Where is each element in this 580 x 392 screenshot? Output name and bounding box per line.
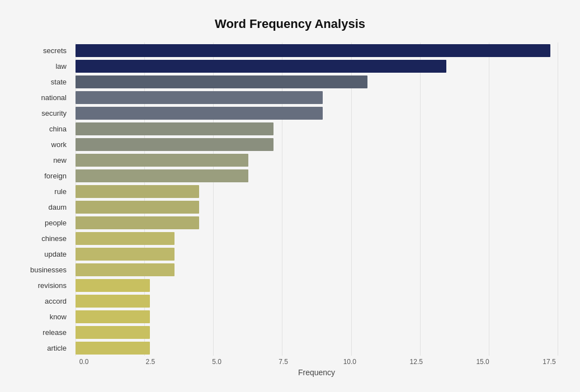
bar-law — [76, 60, 446, 73]
bar-row-foreign — [76, 168, 558, 183]
bar-daum — [76, 201, 199, 214]
x-tick-6: 15.0 — [474, 358, 491, 366]
bar-row-article — [76, 340, 558, 356]
x-tick-7: 17.5 — [541, 358, 558, 366]
bar-security — [76, 107, 323, 120]
y-label-people: people — [45, 215, 71, 230]
y-label-know: know — [50, 309, 71, 324]
y-label-businesses: businesses — [30, 262, 71, 277]
x-tick-1: 2.5 — [142, 358, 159, 366]
bar-know — [76, 310, 150, 323]
bar-row-accord — [76, 293, 558, 309]
bar-revisions — [76, 279, 150, 292]
y-label-work: work — [51, 136, 71, 152]
bar-row-national — [76, 89, 558, 105]
y-label-update: update — [44, 246, 71, 262]
bar-row-revisions — [76, 277, 558, 293]
bar-update — [76, 248, 175, 261]
x-tick-3: 7.5 — [275, 358, 292, 366]
x-axis-ticks: 0.02.55.07.510.012.515.017.5 — [76, 358, 558, 366]
x-tick-4: 10.0 — [341, 358, 358, 366]
bar-work — [76, 138, 274, 151]
chart-container: Word Frequency Analysis secretslawstaten… — [6, 6, 574, 392]
bar-row-rule — [76, 183, 558, 199]
bar-row-law — [76, 58, 558, 74]
y-label-security: security — [41, 105, 71, 121]
bar-national — [76, 91, 323, 104]
bar-row-release — [76, 324, 558, 340]
y-label-china: china — [49, 121, 71, 136]
bar-new — [76, 154, 248, 167]
chart-title: Word Frequency Analysis — [22, 17, 558, 31]
y-label-daum: daum — [48, 199, 71, 215]
x-axis-label: Frequency — [76, 368, 558, 377]
bar-row-know — [76, 309, 558, 324]
y-label-article: article — [47, 340, 71, 356]
bar-businesses — [76, 263, 175, 276]
y-label-law: law — [55, 58, 71, 74]
y-label-rule: rule — [54, 183, 71, 199]
bar-china — [76, 122, 274, 135]
bar-secrets — [76, 44, 550, 57]
bar-row-secrets — [76, 42, 558, 58]
x-tick-2: 5.0 — [209, 358, 225, 366]
bar-row-state — [76, 74, 558, 89]
bar-row-china — [76, 121, 558, 136]
bar-chinese — [76, 232, 175, 245]
bar-row-security — [76, 105, 558, 121]
bar-people — [76, 216, 199, 229]
y-label-revisions: revisions — [38, 277, 71, 293]
y-label-foreign: foreign — [44, 168, 71, 183]
bar-row-new — [76, 152, 558, 168]
y-label-national: national — [41, 89, 71, 105]
bar-rule — [76, 185, 199, 198]
y-label-secrets: secrets — [43, 42, 71, 58]
y-label-state: state — [51, 74, 71, 89]
bar-article — [76, 342, 150, 355]
y-label-release: release — [43, 324, 71, 340]
x-tick-0: 0.0 — [76, 358, 92, 366]
bar-accord — [76, 295, 150, 308]
bar-row-people — [76, 215, 558, 230]
bar-state — [76, 75, 367, 88]
y-label-new: new — [53, 152, 71, 168]
bar-row-work — [76, 136, 558, 152]
bar-row-update — [76, 246, 558, 262]
x-tick-5: 12.5 — [408, 358, 425, 366]
grid-line-7 — [558, 42, 558, 356]
y-axis-labels: secretslawstatenationalsecuritychinawork… — [22, 42, 76, 356]
bar-row-daum — [76, 199, 558, 215]
bar-row-businesses — [76, 262, 558, 277]
bar-release — [76, 326, 150, 339]
y-label-accord: accord — [45, 293, 71, 309]
bar-foreign — [76, 169, 248, 182]
bar-row-chinese — [76, 230, 558, 246]
y-label-chinese: chinese — [41, 230, 71, 246]
bars-area — [76, 42, 558, 356]
